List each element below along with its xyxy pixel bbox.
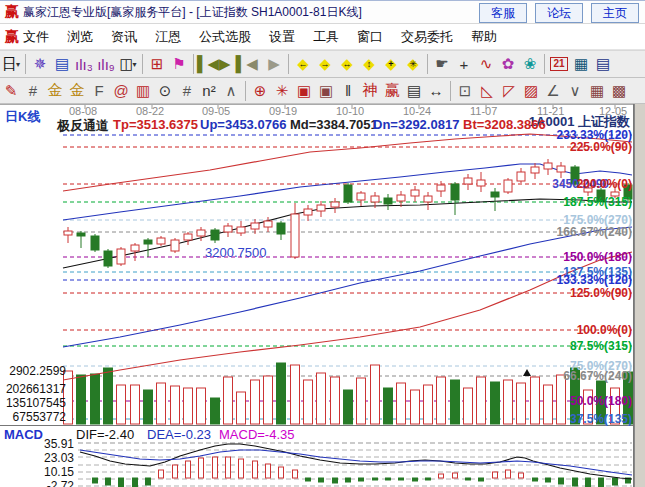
macd-histogram-bar (546, 478, 551, 482)
macd-histogram-bar (453, 473, 458, 478)
channel-line-bt (63, 252, 632, 380)
volume-bar (477, 377, 486, 424)
volume-bar (384, 388, 393, 424)
volume-bar (531, 377, 540, 424)
volume-bar (357, 378, 366, 424)
gann-level-label: 50.0%(180) (570, 394, 632, 408)
vertical-scrollbar[interactable] (634, 104, 645, 487)
candle-body (504, 180, 512, 192)
candle-body (251, 223, 259, 229)
macd-histogram-bar (279, 467, 284, 478)
candle-body (437, 185, 445, 191)
candle-body (544, 163, 552, 169)
volume-bar (211, 398, 220, 424)
macd-histogram-bar (386, 478, 391, 480)
candle-body (171, 240, 179, 251)
macd-histogram-bar (439, 474, 444, 478)
macd-histogram-bar (613, 478, 618, 485)
left-scale-value: 202661317 (4, 382, 66, 396)
candle-body (184, 234, 192, 240)
volume-bar (424, 385, 433, 424)
candle-body (491, 192, 499, 197)
left-scale-value: 67553772 (4, 410, 66, 424)
volume-bar (517, 383, 526, 424)
volume-bar (491, 382, 500, 424)
gann-level-label: 100.0%(0) (577, 323, 632, 337)
macd-histogram-bar (159, 470, 164, 478)
date-axis-label: 08-08 (69, 105, 97, 117)
macd-histogram-bar (599, 478, 604, 487)
macd-histogram-bar (426, 478, 431, 480)
volume-bar (91, 374, 100, 424)
volume-bar (131, 385, 140, 424)
gann-level-label: 125.0%(90) (570, 286, 632, 300)
volume-bar (397, 383, 406, 424)
volume-bar (171, 386, 180, 424)
candle-body (384, 198, 392, 204)
date-axis-label: 10-24 (403, 105, 431, 117)
date-axis-label: 09-05 (202, 105, 230, 117)
macd-dif-value: DIF=-2.40 (76, 427, 134, 442)
macd-histogram-bar (213, 457, 218, 478)
macd-histogram-bar (306, 478, 311, 481)
macd-histogram-bar (573, 478, 578, 486)
candle-body (157, 238, 165, 244)
candle-body (237, 227, 245, 233)
dn-value-label: Dn=3292.0817 (373, 117, 459, 132)
volume-bar (344, 390, 353, 424)
volume-bar (437, 377, 446, 424)
gann-level-label: 200.0%(0) (577, 177, 632, 191)
volume-bar (331, 377, 340, 424)
gann-level-label: 66.67%(240) (563, 369, 632, 383)
volume-bar (77, 375, 86, 424)
candle-body (117, 249, 125, 264)
macd-histogram-bar (186, 461, 191, 478)
macd-hist-value: MACD=-4.35 (219, 427, 295, 442)
macd-scale-value: 35.91 (4, 437, 74, 451)
macd-histogram-bar (119, 478, 124, 487)
volume-bar (544, 385, 553, 424)
channel-line-md (63, 199, 632, 268)
macd-histogram-bar (133, 478, 138, 487)
macd-histogram-bar (106, 478, 111, 485)
volume-bar (277, 363, 286, 424)
volume-bar (304, 380, 313, 424)
macd-histogram-bar (373, 478, 378, 480)
candle-body (371, 196, 379, 202)
macd-scale-value: -2.72 (4, 479, 74, 487)
application-window: 赢 赢家江恩专业版[赢家服务平台] - [上证指数 SH1A0001-81日K线… (0, 0, 645, 487)
candle-body (331, 202, 339, 207)
volume-bar (197, 388, 206, 424)
macd-scale-value: 10.15 (4, 465, 74, 479)
date-axis-label: 12-05 (599, 105, 627, 117)
gann-level-label: 225.0%(90) (570, 140, 632, 154)
macd-histogram-bar (466, 478, 471, 480)
candle-body (397, 195, 405, 201)
volume-bar (504, 380, 513, 424)
macd-histogram-bar (506, 470, 511, 478)
period-label: 日K线 (5, 108, 40, 126)
gann-level-label: 37.5%(135) (570, 412, 632, 426)
date-axis-label: 10-10 (336, 105, 364, 117)
candle-body (517, 172, 525, 181)
volume-bar (251, 380, 260, 424)
date-axis-label: 09-19 (269, 105, 297, 117)
volume-bar (451, 380, 460, 424)
macd-histogram-bar (413, 478, 418, 481)
candle-body (77, 233, 85, 236)
candle-body (317, 205, 325, 211)
macd-histogram-bar (239, 459, 244, 478)
macd-histogram-bar (346, 478, 351, 482)
candle-body (64, 231, 72, 235)
volume-bar (224, 377, 233, 424)
macd-histogram-bar (293, 470, 298, 478)
volume-bar (117, 385, 126, 424)
date-axis-label: 11-07 (470, 105, 497, 117)
up-value-label: Up=3453.0766 (200, 117, 286, 132)
macd-histogram-bar (253, 461, 258, 478)
volume-bar (184, 388, 193, 424)
candle-body (264, 221, 272, 227)
macd-histogram-bar (226, 457, 231, 478)
candle-body (291, 214, 299, 257)
volume-bar (464, 388, 473, 424)
